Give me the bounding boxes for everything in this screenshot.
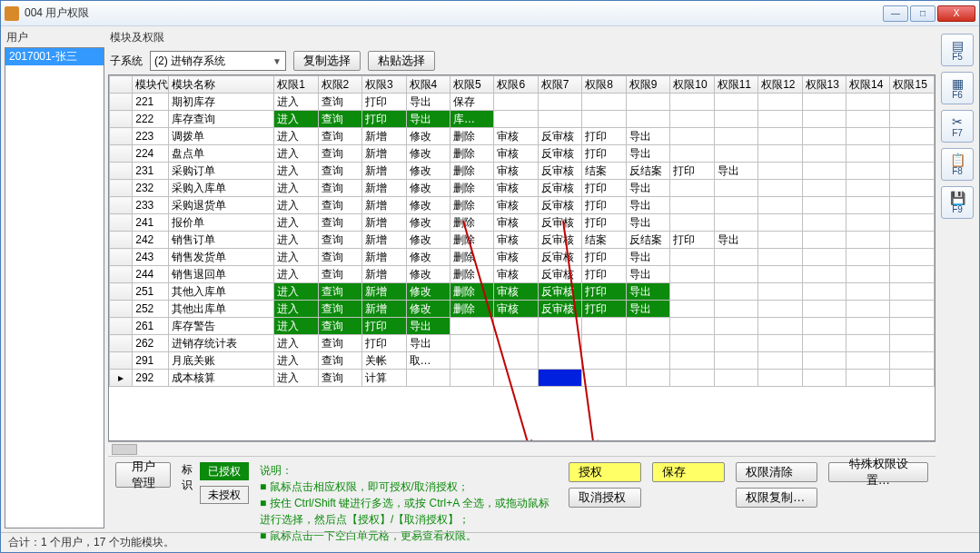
permission-cell[interactable] xyxy=(758,352,802,370)
permission-cell[interactable] xyxy=(450,335,493,352)
module-code-cell[interactable]: 221 xyxy=(133,94,169,111)
permission-cell[interactable] xyxy=(846,283,890,301)
module-code-cell[interactable]: 223 xyxy=(133,128,169,145)
column-header[interactable]: 权限10 xyxy=(670,76,714,94)
permission-cell[interactable]: 进入 xyxy=(274,180,318,197)
permission-cell[interactable] xyxy=(714,318,757,335)
row-header[interactable] xyxy=(110,318,133,335)
column-header[interactable]: 权限13 xyxy=(802,76,846,94)
permission-cell[interactable] xyxy=(802,111,846,128)
column-header[interactable]: 权限12 xyxy=(758,76,802,94)
permission-cell[interactable] xyxy=(714,249,757,266)
column-header[interactable]: 权限2 xyxy=(318,76,361,94)
permission-cell[interactable]: 反审核 xyxy=(538,266,581,283)
row-header[interactable] xyxy=(110,128,133,145)
permission-cell[interactable] xyxy=(802,266,846,283)
permission-cell[interactable] xyxy=(582,318,626,335)
permission-cell[interactable] xyxy=(714,266,757,283)
permissions-grid[interactable]: 模块代码模块名称权限1权限2权限3权限4权限5权限6权限7权限8权限9权限10权… xyxy=(108,74,935,441)
permission-cell[interactable] xyxy=(670,301,714,318)
permission-cell[interactable] xyxy=(538,111,581,128)
module-name-cell[interactable]: 销售退回单 xyxy=(169,266,274,283)
permission-cell[interactable] xyxy=(802,94,846,111)
permission-cell[interactable] xyxy=(802,283,846,301)
permission-cell[interactable] xyxy=(802,352,846,370)
permission-cell[interactable]: 修改 xyxy=(406,197,450,214)
permission-cell[interactable] xyxy=(890,301,935,318)
permission-cell[interactable]: 反结案 xyxy=(626,163,669,180)
permission-cell[interactable] xyxy=(714,370,757,387)
permission-cell[interactable]: 导出 xyxy=(714,232,757,249)
module-name-cell[interactable]: 报价单 xyxy=(169,214,274,232)
permission-cell[interactable]: 新增 xyxy=(362,266,406,283)
module-name-cell[interactable]: 进销存统计表 xyxy=(169,335,274,352)
permission-cell[interactable]: 新增 xyxy=(362,301,406,318)
horizontal-scrollbar[interactable] xyxy=(108,441,935,456)
permission-cell[interactable]: 导出 xyxy=(714,163,757,180)
permission-cell[interactable] xyxy=(626,111,669,128)
permission-cell[interactable]: 删除 xyxy=(450,145,493,163)
permission-cell[interactable]: 查询 xyxy=(318,145,361,163)
close-button[interactable]: X xyxy=(937,5,975,22)
row-header[interactable] xyxy=(110,301,133,318)
permission-cell[interactable] xyxy=(538,318,581,335)
permission-cell[interactable]: 关帐 xyxy=(362,352,406,370)
module-name-cell[interactable]: 月底关账 xyxy=(169,352,274,370)
permission-cell[interactable]: 新增 xyxy=(362,145,406,163)
permission-cell[interactable]: 取… xyxy=(406,352,450,370)
permission-cell[interactable]: 查询 xyxy=(318,197,361,214)
clear-permissions-button[interactable]: 权限清除 xyxy=(736,462,817,482)
permission-cell[interactable]: 反审核 xyxy=(538,180,581,197)
paste-selection-button[interactable]: 粘贴选择 xyxy=(368,51,435,71)
permission-cell[interactable]: 审核 xyxy=(494,180,538,197)
permission-cell[interactable] xyxy=(714,128,757,145)
row-header[interactable] xyxy=(110,232,133,249)
permission-cell[interactable] xyxy=(538,352,581,370)
permission-cell[interactable]: 打印 xyxy=(362,335,406,352)
permission-cell[interactable]: 审核 xyxy=(494,145,538,163)
permission-cell[interactable]: 新增 xyxy=(362,180,406,197)
permission-cell[interactable]: 结案 xyxy=(582,163,626,180)
fkey-button-f9[interactable]: 💾F9 xyxy=(941,186,974,219)
permission-cell[interactable] xyxy=(582,352,626,370)
column-header[interactable]: 权限14 xyxy=(846,76,890,94)
permission-cell[interactable]: 查询 xyxy=(318,283,361,301)
unauthorize-button[interactable]: 取消授权 xyxy=(569,488,641,508)
permission-cell[interactable] xyxy=(846,232,890,249)
module-code-cell[interactable]: 243 xyxy=(133,249,169,266)
permission-cell[interactable] xyxy=(714,94,757,111)
minimize-button[interactable]: — xyxy=(883,5,908,22)
copy-permissions-button[interactable]: 权限复制… xyxy=(736,488,817,508)
column-header[interactable]: 权限6 xyxy=(494,76,538,94)
permission-cell[interactable] xyxy=(758,232,802,249)
permission-cell[interactable] xyxy=(890,266,935,283)
permission-cell[interactable]: 审核 xyxy=(494,249,538,266)
permission-cell[interactable]: 删除 xyxy=(450,197,493,214)
permission-cell[interactable] xyxy=(714,283,757,301)
module-name-cell[interactable]: 销售订单 xyxy=(169,232,274,249)
permission-cell[interactable]: 导出 xyxy=(406,111,450,128)
permission-cell[interactable]: 删除 xyxy=(450,180,493,197)
permission-cell[interactable]: 查询 xyxy=(318,94,361,111)
fkey-button-f5[interactable]: ▤F5 xyxy=(941,34,974,66)
permission-cell[interactable]: 删除 xyxy=(450,214,493,232)
module-code-cell[interactable]: 242 xyxy=(133,232,169,249)
permission-cell[interactable] xyxy=(494,352,538,370)
permission-cell[interactable] xyxy=(538,370,581,387)
permission-cell[interactable]: 审核 xyxy=(494,163,538,180)
permission-cell[interactable] xyxy=(890,283,935,301)
permission-cell[interactable]: 查询 xyxy=(318,180,361,197)
permission-cell[interactable] xyxy=(670,283,714,301)
permission-cell[interactable] xyxy=(626,318,669,335)
permission-cell[interactable]: 导出 xyxy=(626,128,669,145)
row-header[interactable] xyxy=(110,352,133,370)
permission-cell[interactable]: 打印 xyxy=(582,145,626,163)
permission-cell[interactable] xyxy=(670,180,714,197)
permission-cell[interactable]: 导出 xyxy=(626,249,669,266)
permission-cell[interactable] xyxy=(890,214,935,232)
module-name-cell[interactable]: 盘点单 xyxy=(169,145,274,163)
permission-cell[interactable] xyxy=(450,352,493,370)
permission-cell[interactable] xyxy=(494,335,538,352)
permission-cell[interactable]: 打印 xyxy=(582,128,626,145)
permission-cell[interactable] xyxy=(890,145,935,163)
